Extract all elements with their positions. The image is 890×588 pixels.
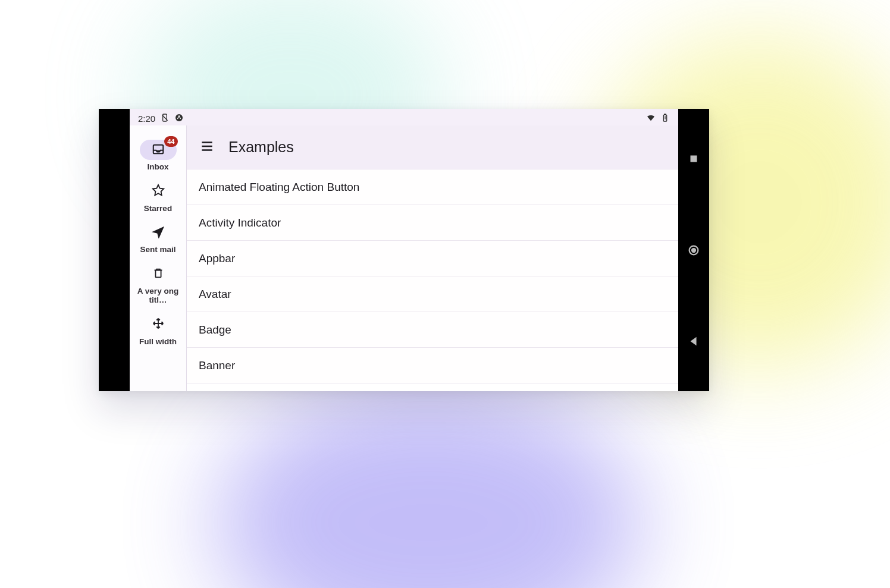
rail-item-label: Starred bbox=[144, 204, 172, 213]
rail-item-label: Full width bbox=[139, 337, 177, 347]
rail-item-starred[interactable]: Starred bbox=[134, 178, 183, 217]
rail-item-label: Inbox bbox=[148, 162, 169, 172]
list-item[interactable]: Appbar bbox=[187, 241, 678, 276]
rail-item-full-width[interactable]: Full width bbox=[134, 311, 183, 350]
svg-point-8 bbox=[691, 247, 696, 252]
list-item-label: Appbar bbox=[199, 252, 235, 265]
inbox-badge: 44 bbox=[164, 136, 177, 147]
list-item[interactable]: Activity Indicator bbox=[187, 205, 678, 241]
device-frame: 2:20 bbox=[99, 109, 709, 391]
no-sim-icon bbox=[160, 113, 170, 124]
app-root: 44 Inbox Starred bbox=[130, 125, 678, 391]
list-item-label: Activity Indicator bbox=[199, 216, 281, 229]
page-title: Examples bbox=[228, 139, 294, 156]
hamburger-icon bbox=[199, 139, 215, 156]
rail-item-inbox[interactable]: 44 Inbox bbox=[134, 136, 183, 175]
list-item[interactable]: Animated Floating Action Button bbox=[187, 169, 678, 205]
android-back-button[interactable] bbox=[687, 334, 701, 348]
rail-item-label: A very ong titl… bbox=[136, 287, 181, 305]
svg-rect-3 bbox=[665, 114, 666, 115]
device-bezel-left bbox=[99, 109, 130, 391]
wifi-icon bbox=[646, 113, 656, 124]
list-item-label: Animated Floating Action Button bbox=[199, 181, 359, 194]
list-item-label: Avatar bbox=[199, 288, 231, 301]
inbox-icon bbox=[152, 143, 165, 158]
app-indicator-icon bbox=[174, 113, 184, 124]
list-item[interactable]: Banner bbox=[187, 348, 678, 383]
rail-item-long-title[interactable]: A very ong titl… bbox=[134, 260, 183, 309]
send-icon bbox=[152, 225, 165, 240]
list-item-label: Badge bbox=[199, 323, 231, 337]
status-bar: 2:20 bbox=[130, 109, 678, 125]
menu-button[interactable] bbox=[199, 139, 215, 156]
examples-list[interactable]: Animated Floating Action Button Activity… bbox=[187, 169, 678, 391]
svg-rect-5 bbox=[155, 270, 161, 277]
screen: 2:20 bbox=[130, 109, 678, 391]
list-item-label: Banner bbox=[199, 359, 235, 372]
star-icon bbox=[152, 184, 165, 199]
main-content: Examples Animated Floating Action Button… bbox=[187, 125, 678, 391]
navigation-rail: 44 Inbox Starred bbox=[130, 125, 187, 391]
android-overview-button[interactable] bbox=[687, 152, 701, 166]
list-item[interactable]: Avatar bbox=[187, 276, 678, 312]
appbar: Examples bbox=[187, 125, 678, 169]
android-home-button[interactable] bbox=[687, 243, 701, 257]
device-bezel-right bbox=[678, 109, 709, 391]
move-icon bbox=[152, 317, 165, 332]
trash-icon bbox=[152, 266, 165, 281]
list-item[interactable]: Badge bbox=[187, 312, 678, 348]
rail-item-label: Sent mail bbox=[140, 245, 176, 254]
svg-rect-6 bbox=[691, 156, 697, 162]
battery-icon bbox=[660, 113, 670, 124]
rail-item-sent[interactable]: Sent mail bbox=[134, 219, 183, 258]
status-time: 2:20 bbox=[138, 114, 155, 124]
